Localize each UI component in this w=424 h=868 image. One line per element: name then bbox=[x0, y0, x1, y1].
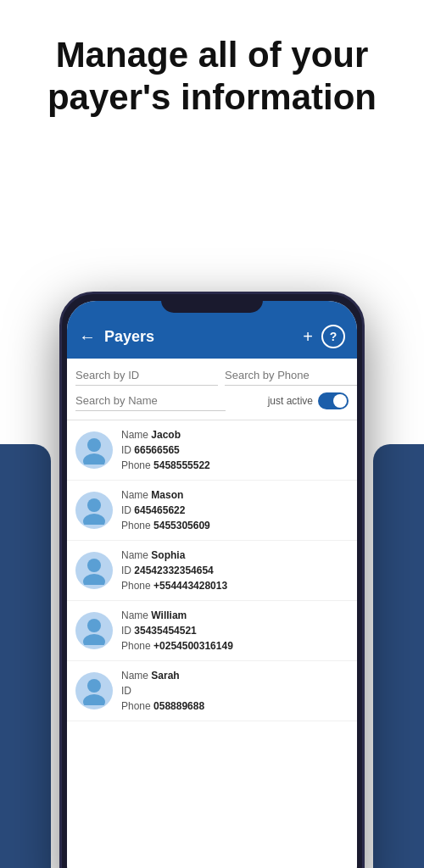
payer-phone-line: Phone +0254500316149 bbox=[121, 638, 349, 654]
payer-info: Name WilliamID 35435454521Phone +0254500… bbox=[121, 608, 349, 654]
svg-point-6 bbox=[87, 619, 101, 632]
just-active-toggle[interactable] bbox=[318, 392, 349, 409]
hero-title: Manage all of your payer's information bbox=[25, 34, 399, 120]
payer-list: Name JacobID 66566565Phone 5458555522 Na… bbox=[67, 420, 357, 868]
payer-info: Name JacobID 66566565Phone 5458555522 bbox=[121, 427, 349, 473]
search-row-2: just active bbox=[75, 391, 349, 416]
search-by-id-input[interactable] bbox=[75, 365, 218, 386]
payer-id-line: ID 66566565 bbox=[121, 442, 349, 458]
phone-screen: ← Payers + ? just active bbox=[67, 301, 357, 868]
payer-id-line: ID bbox=[121, 683, 349, 698]
svg-point-5 bbox=[83, 574, 105, 585]
payer-info: Name SarahID Phone 058889688 bbox=[121, 668, 349, 714]
payer-name-line: Name Jacob bbox=[121, 427, 349, 442]
payer-avatar bbox=[75, 431, 113, 469]
payer-avatar bbox=[75, 492, 113, 529]
payer-phone-line: Phone 5458555522 bbox=[121, 458, 349, 473]
payer-name-line: Name Sophia bbox=[121, 548, 349, 563]
back-button[interactable]: ← bbox=[79, 327, 96, 347]
payer-name-line: Name William bbox=[121, 608, 349, 623]
payer-item[interactable]: Name SophiaID 24542332354654Phone +55444… bbox=[67, 541, 357, 601]
just-active-label: just active bbox=[268, 395, 313, 407]
svg-point-4 bbox=[87, 559, 101, 572]
payer-item[interactable]: Name SarahID Phone 058889688 bbox=[67, 661, 357, 721]
phone-wrapper: ← Payers + ? just active bbox=[59, 292, 365, 868]
payer-info: Name MasonID 645465622Phone 5455305609 bbox=[121, 487, 349, 533]
payer-name-line: Name Mason bbox=[121, 487, 349, 503]
search-area: just active bbox=[67, 359, 357, 420]
bg-right-panel bbox=[373, 444, 424, 868]
svg-point-7 bbox=[83, 634, 105, 645]
payer-phone-line: Phone 5455305609 bbox=[121, 518, 349, 533]
payer-id-line: ID 35435454521 bbox=[121, 623, 349, 638]
svg-point-2 bbox=[87, 498, 101, 512]
payer-phone-line: Phone +554443428013 bbox=[121, 578, 349, 593]
payer-item[interactable]: Name JacobID 66566565Phone 5458555522 bbox=[67, 420, 357, 481]
payer-avatar bbox=[75, 672, 113, 709]
payer-phone-line: Phone 058889688 bbox=[121, 698, 349, 714]
payer-avatar bbox=[75, 552, 113, 589]
payer-info: Name SophiaID 24542332354654Phone +55444… bbox=[121, 548, 349, 593]
phone-shell: ← Payers + ? just active bbox=[59, 292, 365, 868]
payer-avatar bbox=[75, 612, 113, 649]
bg-left-panel bbox=[0, 444, 51, 868]
hero-section: Manage all of your payer's information bbox=[0, 0, 424, 136]
svg-point-1 bbox=[83, 453, 105, 465]
svg-point-9 bbox=[83, 694, 105, 705]
payer-item[interactable]: Name WilliamID 35435454521Phone +0254500… bbox=[67, 601, 357, 661]
search-by-phone-input[interactable] bbox=[225, 365, 357, 386]
search-row-1 bbox=[75, 365, 349, 386]
help-button[interactable]: ? bbox=[321, 325, 345, 348]
just-active-row: just active bbox=[268, 392, 349, 409]
svg-point-0 bbox=[87, 438, 101, 452]
payer-name-line: Name Sarah bbox=[121, 668, 349, 683]
app-bar-title: Payers bbox=[104, 328, 303, 346]
add-button[interactable]: + bbox=[303, 327, 313, 347]
payer-id-line: ID 645465622 bbox=[121, 503, 349, 518]
phone-notch bbox=[161, 294, 263, 313]
svg-point-3 bbox=[83, 514, 105, 525]
payer-id-line: ID 24542332354654 bbox=[121, 563, 349, 578]
payer-item[interactable]: Name MasonID 645465622Phone 5455305609 bbox=[67, 481, 357, 541]
help-icon: ? bbox=[330, 330, 338, 343]
search-by-name-input[interactable] bbox=[75, 391, 226, 411]
svg-point-8 bbox=[87, 679, 101, 693]
